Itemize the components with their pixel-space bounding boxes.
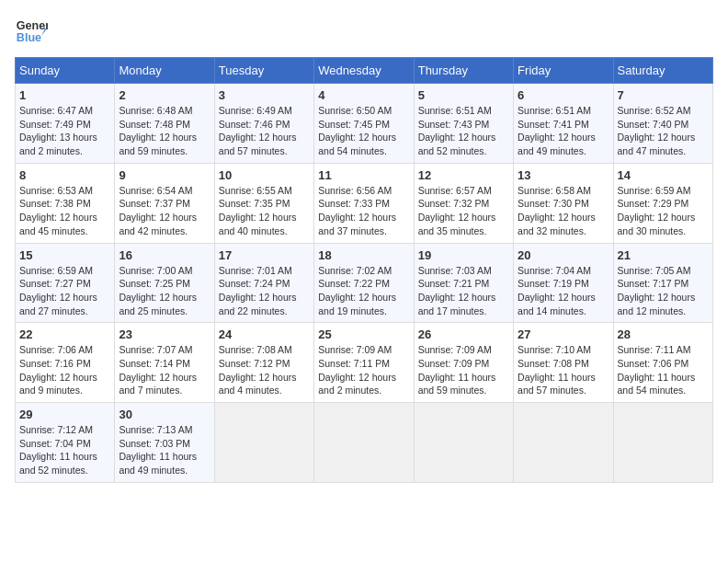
day-number: 25 — [318, 327, 409, 341]
calendar-cell: 13 Sunrise: 6:58 AM Sunset: 7:30 PM Dayl… — [514, 163, 613, 243]
day-info: Sunrise: 6:55 AM Sunset: 7:35 PM Dayligh… — [219, 184, 310, 238]
day-info: Sunrise: 7:11 AM Sunset: 7:06 PM Dayligh… — [618, 343, 709, 397]
calendar-cell: 4 Sunrise: 6:50 AM Sunset: 7:45 PM Dayli… — [314, 84, 414, 164]
calendar-cell: 30 Sunrise: 7:13 AM Sunset: 7:03 PM Dayl… — [115, 403, 214, 483]
day-header-thursday: Thursday — [414, 58, 513, 84]
day-info: Sunrise: 6:59 AM Sunset: 7:27 PM Dayligh… — [19, 264, 110, 318]
day-number: 8 — [19, 168, 110, 182]
calendar-cell: 8 Sunrise: 6:53 AM Sunset: 7:38 PM Dayli… — [16, 163, 115, 243]
day-info: Sunrise: 7:04 AM Sunset: 7:19 PM Dayligh… — [518, 264, 609, 318]
day-number: 17 — [219, 248, 310, 262]
day-number: 28 — [618, 327, 709, 341]
day-header-friday: Friday — [514, 58, 613, 84]
calendar-cell: 3 Sunrise: 6:49 AM Sunset: 7:46 PM Dayli… — [214, 84, 313, 164]
day-number: 4 — [318, 88, 409, 102]
calendar-cell — [613, 403, 712, 483]
day-number: 5 — [418, 88, 509, 102]
day-header-sunday: Sunday — [16, 58, 115, 84]
calendar-week-4: 22 Sunrise: 7:06 AM Sunset: 7:16 PM Dayl… — [16, 323, 713, 403]
calendar-cell — [414, 403, 513, 483]
calendar-cell: 20 Sunrise: 7:04 AM Sunset: 7:19 PM Dayl… — [514, 243, 613, 323]
calendar-table: SundayMondayTuesdayWednesdayThursdayFrid… — [15, 57, 713, 483]
calendar-cell: 6 Sunrise: 6:51 AM Sunset: 7:41 PM Dayli… — [514, 84, 613, 164]
calendar-cell: 26 Sunrise: 7:09 AM Sunset: 7:09 PM Dayl… — [414, 323, 513, 403]
day-header-tuesday: Tuesday — [214, 58, 313, 84]
header-row: SundayMondayTuesdayWednesdayThursdayFrid… — [16, 58, 713, 84]
calendar-cell: 10 Sunrise: 6:55 AM Sunset: 7:35 PM Dayl… — [214, 163, 313, 243]
day-info: Sunrise: 7:03 AM Sunset: 7:21 PM Dayligh… — [418, 264, 509, 318]
day-number: 14 — [618, 168, 709, 182]
calendar-cell: 21 Sunrise: 7:05 AM Sunset: 7:17 PM Dayl… — [613, 243, 712, 323]
day-number: 18 — [318, 248, 409, 262]
day-info: Sunrise: 7:05 AM Sunset: 7:17 PM Dayligh… — [618, 264, 709, 318]
day-info: Sunrise: 7:07 AM Sunset: 7:14 PM Dayligh… — [119, 343, 210, 397]
logo: General Blue — [15, 15, 48, 48]
calendar-cell: 11 Sunrise: 6:56 AM Sunset: 7:33 PM Dayl… — [314, 163, 414, 243]
day-number: 13 — [518, 168, 609, 182]
day-info: Sunrise: 7:02 AM Sunset: 7:22 PM Dayligh… — [318, 264, 409, 318]
day-info: Sunrise: 6:57 AM Sunset: 7:32 PM Dayligh… — [418, 184, 509, 238]
day-info: Sunrise: 7:06 AM Sunset: 7:16 PM Dayligh… — [19, 343, 110, 397]
calendar-cell: 22 Sunrise: 7:06 AM Sunset: 7:16 PM Dayl… — [16, 323, 115, 403]
day-number: 7 — [618, 88, 709, 102]
calendar-cell: 23 Sunrise: 7:07 AM Sunset: 7:14 PM Dayl… — [115, 323, 214, 403]
day-number: 19 — [418, 248, 509, 262]
day-info: Sunrise: 6:59 AM Sunset: 7:29 PM Dayligh… — [618, 184, 709, 238]
calendar-cell — [214, 403, 313, 483]
calendar-cell: 14 Sunrise: 6:59 AM Sunset: 7:29 PM Dayl… — [613, 163, 712, 243]
calendar-cell: 29 Sunrise: 7:12 AM Sunset: 7:04 PM Dayl… — [16, 403, 115, 483]
calendar-week-3: 15 Sunrise: 6:59 AM Sunset: 7:27 PM Dayl… — [16, 243, 713, 323]
day-info: Sunrise: 6:54 AM Sunset: 7:37 PM Dayligh… — [119, 184, 210, 238]
calendar-cell — [514, 403, 613, 483]
calendar-cell: 2 Sunrise: 6:48 AM Sunset: 7:48 PM Dayli… — [115, 84, 214, 164]
calendar-cell: 5 Sunrise: 6:51 AM Sunset: 7:43 PM Dayli… — [414, 84, 513, 164]
calendar-week-1: 1 Sunrise: 6:47 AM Sunset: 7:49 PM Dayli… — [16, 84, 713, 164]
day-info: Sunrise: 6:49 AM Sunset: 7:46 PM Dayligh… — [219, 104, 310, 158]
day-info: Sunrise: 6:47 AM Sunset: 7:49 PM Dayligh… — [19, 104, 110, 158]
calendar-cell: 15 Sunrise: 6:59 AM Sunset: 7:27 PM Dayl… — [16, 243, 115, 323]
day-info: Sunrise: 7:08 AM Sunset: 7:12 PM Dayligh… — [219, 343, 310, 397]
day-header-saturday: Saturday — [613, 58, 712, 84]
day-number: 27 — [518, 327, 609, 341]
day-info: Sunrise: 7:10 AM Sunset: 7:08 PM Dayligh… — [518, 343, 609, 397]
calendar-cell: 16 Sunrise: 7:00 AM Sunset: 7:25 PM Dayl… — [115, 243, 214, 323]
calendar-week-2: 8 Sunrise: 6:53 AM Sunset: 7:38 PM Dayli… — [16, 163, 713, 243]
day-number: 20 — [518, 248, 609, 262]
calendar-cell: 24 Sunrise: 7:08 AM Sunset: 7:12 PM Dayl… — [214, 323, 313, 403]
day-number: 16 — [119, 248, 210, 262]
day-info: Sunrise: 6:52 AM Sunset: 7:40 PM Dayligh… — [618, 104, 709, 158]
day-info: Sunrise: 7:09 AM Sunset: 7:11 PM Dayligh… — [318, 343, 409, 397]
day-number: 22 — [19, 327, 110, 341]
calendar-cell: 12 Sunrise: 6:57 AM Sunset: 7:32 PM Dayl… — [414, 163, 513, 243]
day-info: Sunrise: 7:09 AM Sunset: 7:09 PM Dayligh… — [418, 343, 509, 397]
day-number: 15 — [19, 248, 110, 262]
day-number: 23 — [119, 327, 210, 341]
day-info: Sunrise: 7:01 AM Sunset: 7:24 PM Dayligh… — [219, 264, 310, 318]
calendar-cell: 9 Sunrise: 6:54 AM Sunset: 7:37 PM Dayli… — [115, 163, 214, 243]
calendar-cell: 28 Sunrise: 7:11 AM Sunset: 7:06 PM Dayl… — [613, 323, 712, 403]
day-info: Sunrise: 6:51 AM Sunset: 7:41 PM Dayligh… — [518, 104, 609, 158]
calendar-cell: 17 Sunrise: 7:01 AM Sunset: 7:24 PM Dayl… — [214, 243, 313, 323]
day-number: 29 — [19, 408, 110, 421]
day-number: 3 — [219, 88, 310, 102]
day-number: 21 — [618, 248, 709, 262]
calendar-cell: 19 Sunrise: 7:03 AM Sunset: 7:21 PM Dayl… — [414, 243, 513, 323]
day-number: 30 — [119, 408, 210, 421]
day-number: 24 — [219, 327, 310, 341]
day-info: Sunrise: 6:53 AM Sunset: 7:38 PM Dayligh… — [19, 184, 110, 238]
day-number: 26 — [418, 327, 509, 341]
calendar-cell: 25 Sunrise: 7:09 AM Sunset: 7:11 PM Dayl… — [314, 323, 414, 403]
day-info: Sunrise: 6:58 AM Sunset: 7:30 PM Dayligh… — [518, 184, 609, 238]
day-number: 11 — [318, 168, 409, 182]
logo-icon: General Blue — [15, 15, 48, 48]
calendar-week-5: 29 Sunrise: 7:12 AM Sunset: 7:04 PM Dayl… — [16, 403, 713, 483]
day-info: Sunrise: 6:50 AM Sunset: 7:45 PM Dayligh… — [318, 104, 409, 158]
day-info: Sunrise: 6:51 AM Sunset: 7:43 PM Dayligh… — [418, 104, 509, 158]
day-info: Sunrise: 7:13 AM Sunset: 7:03 PM Dayligh… — [119, 423, 210, 477]
calendar-cell: 7 Sunrise: 6:52 AM Sunset: 7:40 PM Dayli… — [613, 84, 712, 164]
day-info: Sunrise: 7:00 AM Sunset: 7:25 PM Dayligh… — [119, 264, 210, 318]
day-number: 6 — [518, 88, 609, 102]
day-header-monday: Monday — [115, 58, 214, 84]
day-info: Sunrise: 6:48 AM Sunset: 7:48 PM Dayligh… — [119, 104, 210, 158]
header: General Blue — [15, 15, 713, 48]
